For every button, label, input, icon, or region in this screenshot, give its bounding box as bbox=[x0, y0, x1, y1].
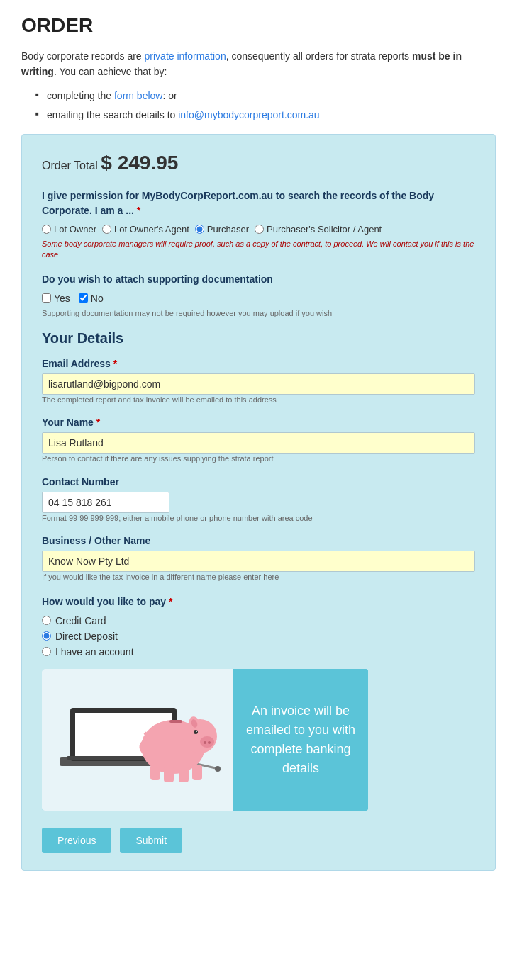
name-star: * bbox=[96, 417, 100, 428]
svg-point-12 bbox=[196, 731, 197, 732]
role-purchaser[interactable]: Purchaser bbox=[195, 224, 249, 235]
documentation-label: Do you wish to attach supporting documen… bbox=[42, 272, 475, 287]
svg-rect-17 bbox=[179, 767, 189, 782]
role-lot-owners-agent[interactable]: Lot Owner's Agent bbox=[102, 224, 189, 235]
pay-star: * bbox=[169, 596, 172, 607]
role-lot-owner-radio[interactable] bbox=[42, 225, 51, 234]
pay-direct-deposit[interactable]: Direct Deposit bbox=[42, 631, 475, 642]
doc-no-item[interactable]: No bbox=[79, 293, 104, 304]
permission-star: * bbox=[137, 205, 140, 216]
business-label: Business / Other Name bbox=[42, 535, 475, 546]
svg-point-10 bbox=[208, 741, 211, 744]
doc-helper-text: Supporting documentation may not be requ… bbox=[42, 308, 475, 319]
role-lot-owner-label: Lot Owner bbox=[54, 224, 96, 235]
pay-have-account[interactable]: I have an account bbox=[42, 646, 475, 658]
name-input[interactable] bbox=[42, 432, 475, 454]
doc-checkbox-group: Yes No bbox=[42, 293, 475, 304]
order-total-label: Order Total bbox=[42, 159, 98, 171]
form-below-link[interactable]: form below bbox=[114, 90, 162, 101]
order-total-amount: $ 249.95 bbox=[101, 152, 178, 174]
svg-point-11 bbox=[194, 730, 198, 734]
svg-rect-16 bbox=[164, 767, 174, 782]
previous-button[interactable]: Previous bbox=[42, 828, 111, 853]
order-total-section: Order Total $ 249.95 bbox=[42, 152, 475, 174]
doc-yes-item[interactable]: Yes bbox=[42, 293, 70, 304]
svg-point-5 bbox=[215, 766, 221, 772]
role-purchasers-solicitor-radio[interactable] bbox=[255, 225, 264, 234]
order-form: Order Total $ 249.95 I give permission f… bbox=[21, 134, 496, 871]
pay-section: How would you like to pay * Credit Card … bbox=[42, 595, 475, 658]
pay-radio-group: Credit Card Direct Deposit I have an acc… bbox=[42, 615, 475, 658]
role-helper-text: Some body corporate managers will requir… bbox=[42, 239, 475, 261]
role-lot-owner[interactable]: Lot Owner bbox=[42, 224, 96, 235]
invoice-box: An invoice will be emailed to you with c… bbox=[42, 669, 368, 811]
email-helper-text: The completed report and tax invoice wil… bbox=[42, 395, 475, 405]
private-info-link[interactable]: private information bbox=[145, 50, 226, 62]
pay-direct-deposit-radio[interactable] bbox=[42, 631, 51, 641]
role-purchaser-label: Purchaser bbox=[207, 224, 249, 235]
svg-rect-19 bbox=[169, 720, 182, 723]
pay-credit-card[interactable]: Credit Card bbox=[42, 615, 475, 626]
intro-paragraph: Body corporate records are private infor… bbox=[21, 48, 496, 80]
permission-label: I give permission for MyBodyCorpReport.c… bbox=[42, 188, 475, 218]
doc-yes-checkbox[interactable] bbox=[42, 293, 51, 303]
name-field-group: Your Name * Person to contact if there a… bbox=[42, 417, 475, 464]
contact-field-group: Contact Number Format 99 99 999 999; eit… bbox=[42, 476, 475, 524]
email-link[interactable]: info@mybodycorpreport.com.au bbox=[178, 109, 319, 120]
page-title: ORDER bbox=[21, 14, 496, 37]
bullet-item-1: completing the form below: or bbox=[35, 89, 496, 103]
doc-yes-label: Yes bbox=[54, 293, 70, 304]
svg-point-7 bbox=[183, 719, 217, 753]
contact-input[interactable] bbox=[42, 492, 169, 513]
business-input[interactable] bbox=[42, 551, 475, 572]
business-helper-text: If you would like the tax invoice in a d… bbox=[42, 572, 475, 582]
your-details-title: Your Details bbox=[42, 330, 475, 347]
pay-label: How would you like to pay * bbox=[42, 595, 475, 609]
documentation-section: Do you wish to attach supporting documen… bbox=[42, 272, 475, 319]
permission-section: I give permission for MyBodyCorpReport.c… bbox=[42, 188, 475, 261]
button-row: Previous Submit bbox=[42, 828, 475, 853]
pay-credit-card-label: Credit Card bbox=[55, 615, 106, 626]
email-star: * bbox=[113, 358, 117, 369]
invoice-image bbox=[42, 669, 233, 811]
business-field-group: Business / Other Name If you would like … bbox=[42, 535, 475, 582]
pay-have-account-radio[interactable] bbox=[42, 647, 51, 656]
contact-label: Contact Number bbox=[42, 476, 475, 488]
role-purchaser-radio[interactable] bbox=[195, 225, 204, 234]
role-lot-owners-agent-label: Lot Owner's Agent bbox=[114, 224, 189, 235]
pay-have-account-label: I have an account bbox=[55, 646, 134, 658]
name-label: Your Name * bbox=[42, 417, 475, 428]
contact-helper-text: Format 99 99 999 999; either a mobile ph… bbox=[42, 513, 475, 524]
email-input[interactable] bbox=[42, 373, 475, 395]
doc-no-label: No bbox=[91, 293, 104, 304]
svg-point-8 bbox=[200, 736, 214, 748]
bullet-item-2: emailing the search details to info@mybo… bbox=[35, 108, 496, 123]
pay-credit-card-radio[interactable] bbox=[42, 616, 51, 625]
invoice-message: An invoice will be emailed to you with c… bbox=[245, 702, 357, 778]
submit-button[interactable]: Submit bbox=[120, 828, 182, 853]
role-purchasers-solicitor-label: Purchaser's Solicitor / Agent bbox=[267, 224, 382, 235]
invoice-text-box: An invoice will be emailed to you with c… bbox=[233, 669, 368, 811]
email-field-group: Email Address * The completed report and… bbox=[42, 358, 475, 405]
pay-direct-deposit-label: Direct Deposit bbox=[55, 631, 118, 642]
role-purchasers-solicitor[interactable]: Purchaser's Solicitor / Agent bbox=[255, 224, 382, 235]
role-radio-group: Lot Owner Lot Owner's Agent Purchaser Pu… bbox=[42, 224, 475, 235]
role-lot-owners-agent-radio[interactable] bbox=[102, 225, 111, 234]
svg-rect-15 bbox=[150, 765, 160, 780]
intro-list: completing the form below: or emailing t… bbox=[35, 89, 496, 123]
email-label: Email Address * bbox=[42, 358, 475, 369]
name-helper-text: Person to contact if there are any issue… bbox=[42, 454, 475, 464]
svg-point-9 bbox=[204, 741, 206, 744]
svg-rect-18 bbox=[192, 765, 202, 780]
doc-no-checkbox[interactable] bbox=[79, 293, 88, 303]
piggy-laptop-illustration bbox=[45, 672, 230, 807]
